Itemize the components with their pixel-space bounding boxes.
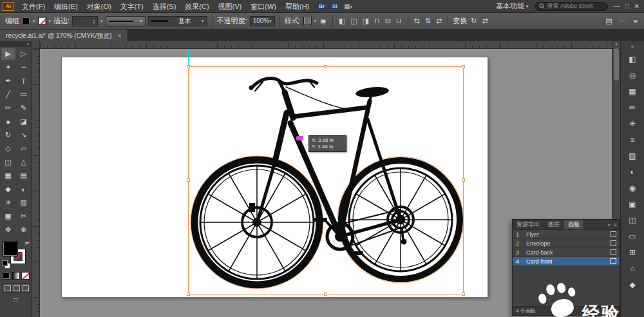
selection-handle[interactable] [187, 178, 190, 182]
align-bottom-icon[interactable]: ⊔ [395, 17, 403, 25]
hand-tool[interactable]: ✥ [1, 223, 16, 236]
tools-panel-collapse-icon[interactable]: « [0, 41, 32, 47]
stepper-down-icon[interactable]: ▾ [93, 21, 95, 24]
menu-item-view[interactable]: 视图(V) [214, 0, 247, 13]
menu-item-window[interactable]: 窗口(W) [246, 0, 281, 13]
info-panel-icon[interactable]: ◆ [624, 276, 641, 293]
pen-tool[interactable]: ✒ [1, 74, 16, 88]
slice-tool[interactable]: ✂ [16, 209, 32, 223]
bridge-icon[interactable]: Br [317, 2, 327, 10]
fill-swatch[interactable] [3, 242, 17, 256]
stroke-weight-stepper[interactable]: ▴ ▾ [72, 16, 98, 26]
vertical-ruler[interactable] [32, 49, 40, 317]
artboard-name[interactable]: Flyer [526, 231, 608, 238]
appearance-panel-icon[interactable]: ◉ [624, 180, 641, 196]
transform-label[interactable]: 变换 [453, 16, 467, 26]
eraser-tool[interactable]: ◪ [16, 115, 32, 128]
perspective-grid-tool[interactable]: △ [16, 155, 32, 169]
artboard-tool[interactable]: ▣ [1, 209, 16, 223]
swap-fill-stroke-icon[interactable]: ⇄ [25, 240, 30, 246]
menu-item-file[interactable]: 文件(F) [17, 0, 50, 13]
search-input[interactable]: 搜索 Adobe Stock [535, 2, 608, 11]
artboard-name[interactable]: Card-back [526, 249, 608, 256]
pencil-tool[interactable]: ✎ [16, 101, 32, 115]
swatches-panel-icon[interactable]: ▦ [624, 83, 641, 99]
navigator-panel-icon[interactable]: ⊞ [624, 244, 641, 260]
distribute-vertical-icon[interactable]: ⇅ [424, 17, 432, 25]
style-swatch[interactable] [303, 17, 312, 25]
column-graph-tool[interactable]: ▥ [16, 196, 32, 209]
shape-builder-tool[interactable]: ◫ [1, 155, 16, 169]
type-tool[interactable]: T [16, 74, 32, 88]
direct-selection-tool[interactable]: ▷ [16, 47, 32, 61]
workspace-switcher[interactable]: 基本功能 ▾ [496, 1, 529, 11]
minimize-icon[interactable]: — [614, 0, 620, 13]
blob-brush-tool[interactable]: ● [1, 115, 16, 128]
new-artboard-icon[interactable]: ⊞ [604, 308, 609, 314]
artboard-page-icon[interactable] [611, 240, 616, 246]
move-up-icon[interactable]: ▲ [586, 308, 591, 314]
zoom-tool[interactable]: ⊕ [16, 223, 32, 236]
color-button[interactable] [2, 272, 10, 280]
brushes-panel-icon[interactable]: ✏ [624, 99, 641, 115]
chevron-down-icon[interactable]: ▾ [314, 19, 317, 24]
panel-menu-icon[interactable]: ≡ [614, 222, 617, 228]
screen-mode-button[interactable]: □ [14, 296, 17, 303]
artboard-row[interactable]: 3 Card-back [513, 248, 620, 257]
distribute-spacing-icon[interactable]: ⇄ [435, 17, 443, 25]
align-options-icon[interactable]: ▤ [604, 17, 613, 25]
artboard-page-icon[interactable] [611, 249, 616, 255]
rectangle-tool[interactable]: ▭ [16, 88, 32, 101]
menu-item-effect[interactable]: 效果(C) [180, 0, 213, 13]
fill-color-swatch[interactable] [22, 17, 30, 25]
distribute-horizontal-icon[interactable]: ⇆ [413, 17, 421, 25]
stock-icon[interactable]: St [330, 2, 339, 10]
symbol-sprayer-tool[interactable]: ✳ [1, 196, 16, 209]
draw-behind-button[interactable] [12, 284, 21, 292]
delete-artboard-icon[interactable]: ⊟ [612, 308, 616, 314]
stroke-color-swatch[interactable] [38, 17, 46, 25]
tab-artboards[interactable]: 画板 [564, 220, 584, 229]
expand-panels-icon[interactable]: « [624, 42, 641, 51]
selection-handle[interactable] [462, 65, 465, 68]
close-icon[interactable]: ✕ [634, 0, 639, 13]
blend-tool[interactable]: ◐ [16, 182, 32, 196]
panel-expand-icon[interactable]: » [607, 222, 611, 228]
stroke-panel-icon[interactable]: ≡ [624, 131, 641, 148]
tab-asset-export[interactable]: 资源导出 [513, 220, 544, 229]
recolor-artwork-icon[interactable]: ◉ [319, 17, 328, 25]
selection-handle[interactable] [324, 65, 327, 68]
control-panel-menu-icon[interactable]: ≡ [632, 17, 639, 25]
lasso-tool[interactable]: ∽ [16, 61, 32, 74]
chevron-down-icon[interactable]: ▾ [49, 19, 52, 24]
tab-layers[interactable]: 图层 [544, 220, 564, 229]
horizontal-ruler[interactable] [40, 41, 612, 49]
align-left-icon[interactable]: ◧ [337, 17, 346, 25]
magic-wand-tool[interactable]: ✶ [1, 61, 16, 74]
artboards-panel-icon[interactable]: ▭ [624, 228, 641, 244]
menu-item-object[interactable]: 对象(O) [82, 0, 116, 13]
selection-handle[interactable] [187, 65, 190, 68]
align-top-icon[interactable]: ⊓ [373, 17, 381, 25]
scale-tool[interactable]: ↘ [16, 128, 32, 142]
menu-item-edit[interactable]: 编辑(E) [50, 0, 82, 13]
transparency-panel-icon[interactable]: ◐ [624, 164, 641, 180]
chevron-down-icon[interactable]: ▾ [33, 19, 35, 24]
flip-object-icon[interactable]: ⇄ [480, 17, 489, 25]
selection-handle[interactable] [462, 293, 465, 296]
align-center-h-icon[interactable]: ◫ [349, 17, 358, 25]
menu-item-help[interactable]: 帮助(H) [281, 0, 314, 13]
more-options-icon[interactable]: ⋯ [618, 17, 628, 25]
selection-tool[interactable]: ▶ [1, 47, 16, 61]
default-fill-stroke-icon[interactable] [2, 260, 10, 269]
gradient-tool[interactable]: ▤ [16, 169, 32, 182]
artboard-row-selected[interactable]: 4 Card-front [513, 257, 620, 266]
width-profile-dropdown[interactable]: ▾ [106, 16, 146, 26]
document-tab[interactable]: recycle.ai1.ai* @ 170% (CMYK/预览) × [0, 30, 128, 41]
rotate-object-icon[interactable]: ↻ [469, 17, 478, 25]
tab-close-icon[interactable]: × [118, 32, 122, 39]
artboard-page-icon[interactable] [611, 258, 616, 264]
gradient-panel-icon[interactable]: ▧ [624, 148, 641, 164]
draw-normal-button[interactable] [3, 284, 12, 292]
gradient-button[interactable] [12, 272, 20, 280]
